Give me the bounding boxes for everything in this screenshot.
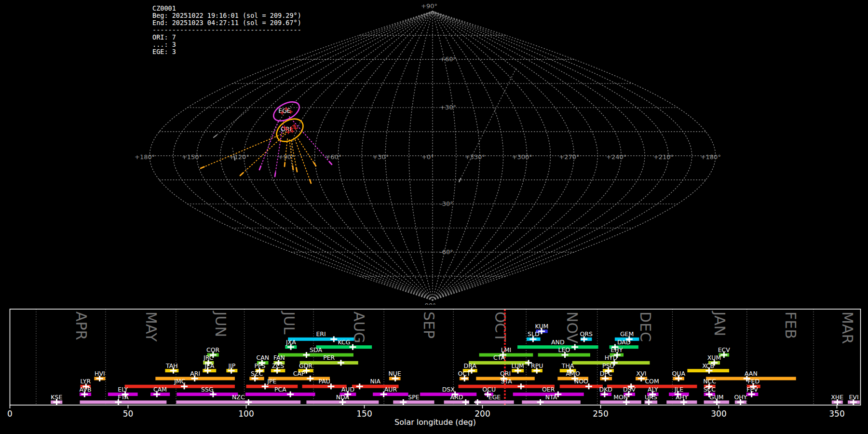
shower-qua: QUA [672, 370, 685, 381]
shower-dkd: DKD [599, 386, 612, 397]
info-line-5: ...: 3 [152, 41, 301, 48]
shower-jxa: JXA [285, 339, 297, 350]
shower-bars: KUMERISLDORSGEMJXAKCGANDDADCORSDALMILEOE… [51, 323, 860, 405]
shower-code-label: SSG [201, 386, 214, 393]
activity-bar [302, 385, 347, 388]
observation-info-block: CZ0001Beg: 20251022 19:16:01 (sol = 209.… [152, 5, 301, 55]
activity-bar [316, 345, 372, 349]
activity-bar [176, 393, 238, 396]
shower-code-label: JLE [674, 386, 684, 393]
shower-code-label: FEV [746, 386, 758, 393]
shower-code-label: ARD [450, 393, 463, 401]
month-label-jan: JAN [711, 311, 728, 336]
shower-xcb: XCB [687, 362, 729, 374]
shower-xhe: XHE [831, 393, 843, 405]
shower-sld: SLD [527, 330, 540, 342]
shower-evi: EVI [848, 393, 860, 405]
shower-code-label: ORI [500, 370, 511, 377]
activity-bar [278, 353, 353, 356]
shower-oct: OCT [458, 370, 471, 381]
x-tick-label: 100 [238, 409, 254, 419]
shower-nda: NDA [306, 393, 379, 405]
shower-code-label: SPE [408, 393, 419, 401]
info-line-1: Beg: 20251022 19:16:01 (sol = 209.29°) [152, 12, 301, 19]
shower-urs: URS [645, 393, 657, 405]
activity-bar [246, 385, 298, 388]
shower-code-label: DKD [599, 386, 612, 393]
shower-code-label: FTA [118, 393, 129, 401]
shower-activity-timeline: APRMAYJUNJULAUGSEPOCTNOVDECJANFEBMARKUME… [0, 0, 868, 434]
x-tick-label: 0 [7, 409, 13, 419]
shower-code-label: STA [501, 378, 513, 385]
shower-code-label: CAP [293, 370, 305, 377]
shower-code-label: DRA [464, 362, 477, 369]
shower-fev: FEV [746, 386, 759, 397]
shower-ohy: OHY [734, 393, 747, 405]
activity-bar [600, 400, 641, 404]
shower-code-label: ELY [118, 386, 128, 393]
activity-bar [245, 393, 315, 396]
shower-zcs: ZCS [271, 362, 285, 374]
shower-hvi: HVI [94, 370, 105, 381]
shower-code-label: NIA [370, 378, 380, 385]
shower-ege: EGE [474, 393, 514, 405]
app-root: +180°+150°+120°+90°+60°+30°+0°+330°+300°… [0, 0, 868, 434]
shower-code-label: AND [551, 339, 565, 346]
shower-code-label: ZCS [272, 362, 284, 369]
shower-code-label: OCU [482, 386, 496, 393]
shower-code-label: NOO [574, 378, 588, 385]
month-label-mar: MAR [839, 312, 856, 344]
x-tick-label: 200 [475, 409, 490, 419]
shower-nue: NUE [389, 370, 401, 381]
shower-code-label: PAU [318, 378, 330, 385]
shower-kse: KSE [51, 393, 62, 405]
shower-ors: ORS [580, 330, 593, 342]
shower-avb: AVB [80, 386, 92, 397]
shower-code-label: AVB [80, 386, 92, 393]
shower-code-label: CTA [493, 354, 505, 361]
activity-bar [373, 393, 408, 396]
activity-bar [176, 400, 300, 404]
x-axis: 050100150200250300350Solar longitude (de… [7, 405, 845, 427]
month-label-jul: JUL [281, 311, 298, 335]
shower-code-label: AMO [566, 370, 580, 377]
shower-code-label: CAM [153, 386, 167, 393]
info-line-0: CZ0001 [152, 5, 301, 12]
shower-dpc: DPC [600, 370, 612, 381]
activity-bar [560, 385, 603, 388]
shower-code-label: NTA [545, 393, 557, 401]
x-tick-label: 350 [829, 409, 844, 419]
shower-code-label: XCB [702, 362, 714, 369]
x-tick-label: 250 [593, 409, 608, 419]
shower-code-label: LEO [558, 346, 570, 353]
shower-sta: STA [459, 378, 555, 389]
month-label-feb: FEB [782, 312, 799, 339]
shower-code-label: ORS [580, 330, 593, 338]
shower-code-label: COM [645, 378, 659, 385]
shower-code-label: DPC [600, 370, 612, 377]
month-label-nov: NOV [564, 312, 581, 344]
info-line-2: End: 20251023 04:27:11 (sol = 209.67°) [152, 19, 301, 27]
shower-code-label: JPE [267, 378, 276, 385]
activity-bar [522, 400, 581, 404]
shower-szc: SZC [249, 370, 264, 381]
shower-jip: JIP [226, 362, 237, 374]
month-label-apr: APR [73, 312, 90, 340]
shower-code-label: PER [323, 354, 335, 361]
month-label-dec: DEC [637, 312, 654, 342]
shower-lum: LUM [512, 362, 524, 374]
x-axis-title: Solar longitude (deg) [394, 418, 476, 427]
shower-code-label: AUR [384, 386, 397, 393]
shower-code-label: AHY [676, 393, 688, 401]
shower-code-label: EGE [488, 393, 501, 401]
shower-code-label: JEA [204, 362, 215, 369]
shower-code-label: SZC [251, 370, 263, 377]
shower-rpu: RPU [531, 362, 543, 374]
shower-code-label: URS [645, 393, 657, 401]
shower-code-label: PCA [274, 386, 286, 393]
month-label-jun: JUN [212, 311, 229, 337]
activity-bar [393, 400, 434, 404]
shower-code-label: THA [561, 362, 574, 369]
month-label-sep: SEP [420, 312, 437, 339]
shower-jea: JEA [203, 362, 216, 374]
